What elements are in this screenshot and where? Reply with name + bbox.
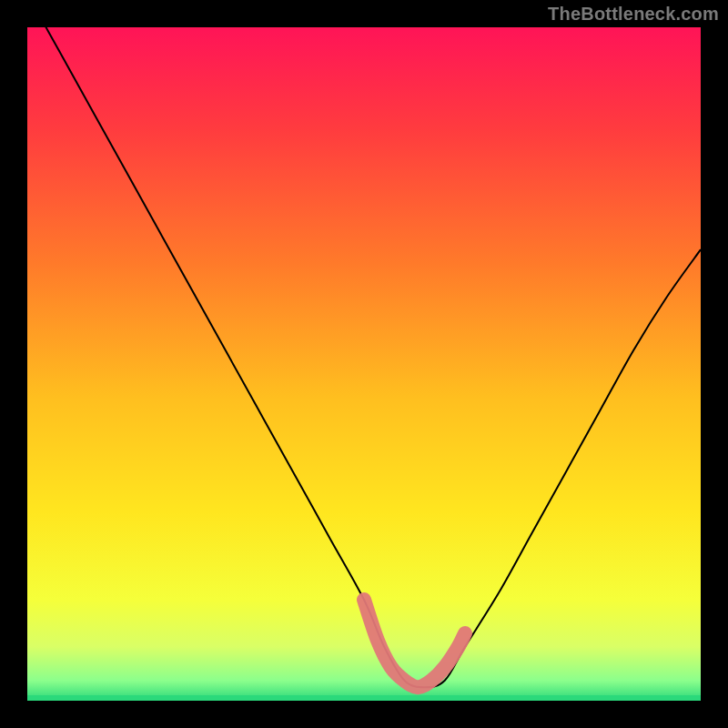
baseline-strip (27, 695, 701, 701)
chart-plot-area (27, 27, 701, 701)
watermark-text: TheBottleneck.com (548, 4, 719, 25)
chart-svg (27, 27, 701, 701)
chart-frame: TheBottleneck.com (0, 0, 728, 728)
